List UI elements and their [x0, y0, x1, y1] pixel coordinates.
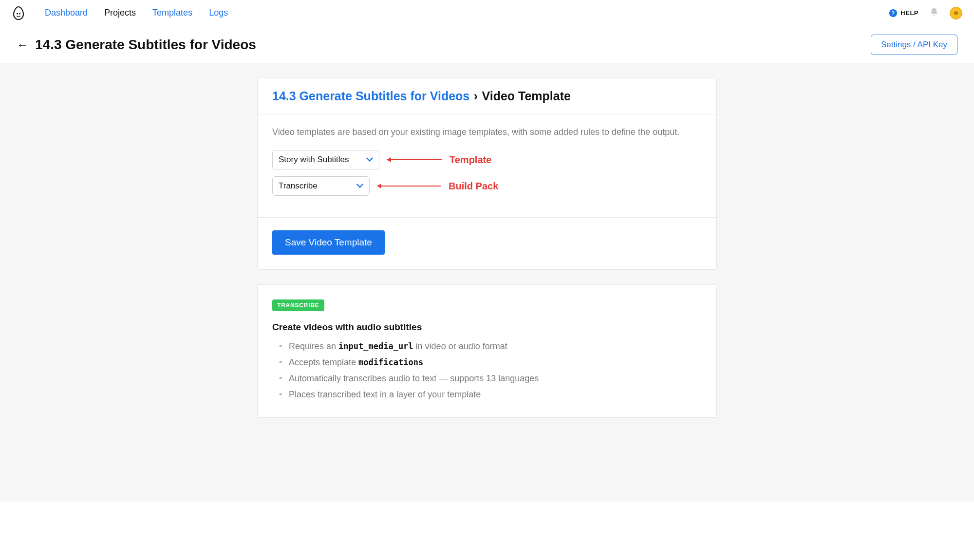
page-title: 14.3 Generate Subtitles for Videos	[35, 37, 256, 53]
annotation-buildpack-label: Build Pack	[449, 181, 498, 192]
breadcrumb-current: Video Template	[482, 89, 570, 103]
body-area: 14.3 Generate Subtitles for Videos › Vid…	[0, 63, 974, 502]
card-actions: Save Video Template	[258, 218, 716, 269]
list-item: Accepts template modifications	[279, 357, 702, 368]
template-select[interactable]: Story with Subtitles	[272, 150, 379, 169]
back-arrow-icon[interactable]: ←	[17, 38, 28, 52]
top-nav: Dashboard Projects Templates Logs ? HELP…	[0, 0, 974, 26]
buildpack-select-value: Transcribe	[279, 181, 318, 191]
nav-logs[interactable]: Logs	[209, 8, 228, 18]
breadcrumb: 14.3 Generate Subtitles for Videos › Vid…	[258, 78, 716, 114]
page-header: ← 14.3 Generate Subtitles for Videos Set…	[0, 26, 974, 63]
breadcrumb-separator: ›	[472, 89, 480, 103]
annotation-arrow	[387, 159, 442, 160]
svg-text:?: ?	[892, 10, 895, 16]
nav-projects[interactable]: Projects	[104, 8, 136, 18]
annotation-template-label: Template	[450, 154, 491, 166]
svg-point-0	[17, 13, 18, 14]
svg-point-1	[19, 13, 20, 14]
list-item: Places transcribed text in a layer of yo…	[279, 390, 702, 400]
help-link[interactable]: ? HELP	[889, 9, 918, 18]
settings-api-key-button[interactable]: Settings / API Key	[871, 35, 957, 55]
buildpack-select[interactable]: Transcribe	[272, 176, 370, 196]
template-select-value: Story with Subtitles	[279, 155, 349, 165]
transcribe-badge: TRANSCRIBE	[272, 299, 324, 311]
nav-templates[interactable]: Templates	[152, 8, 192, 18]
list-item: Automatically transcribes audio to text …	[279, 373, 702, 384]
help-label: HELP	[900, 9, 918, 17]
avatar[interactable]: ✻	[950, 7, 962, 19]
breadcrumb-link[interactable]: 14.3 Generate Subtitles for Videos	[272, 89, 469, 103]
transcribe-heading: Create videos with audio subtitles	[272, 322, 702, 333]
transcribe-info-card: TRANSCRIBE Create videos with audio subt…	[257, 284, 717, 418]
buildpack-select-row: Transcribe Build Pack	[272, 176, 702, 196]
nav-dashboard[interactable]: Dashboard	[45, 8, 88, 18]
chevron-down-icon	[356, 181, 363, 191]
list-item: Requires an input_media_url in video or …	[279, 341, 702, 352]
card-body: Video templates are based on your existi…	[258, 114, 716, 218]
app-logo[interactable]	[12, 6, 25, 20]
help-icon: ?	[889, 9, 898, 18]
save-video-template-button[interactable]: Save Video Template	[272, 230, 385, 255]
template-description: Video templates are based on your existi…	[272, 127, 702, 137]
nav-links: Dashboard Projects Templates Logs	[45, 8, 228, 18]
template-select-row: Story with Subtitles Template	[272, 150, 702, 169]
annotation-arrow	[377, 186, 441, 187]
video-template-card: 14.3 Generate Subtitles for Videos › Vid…	[257, 78, 717, 270]
transcribe-bullets: Requires an input_media_url in video or …	[272, 341, 702, 400]
bell-icon[interactable]	[929, 7, 939, 19]
chevron-down-icon	[366, 155, 373, 165]
